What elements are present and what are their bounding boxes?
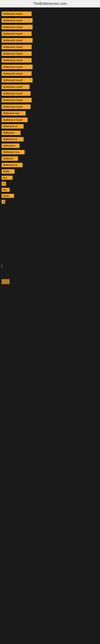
bottleneck-label: Bottleneck result [1,25,33,30]
list-item: Bottleneck [1,130,99,135]
bottleneck-label: Bottleneck result [1,18,33,23]
bottleneck-label: Bottleneck re [1,124,24,128]
list-item: B [1,200,99,204]
list-item: Bottleneck result [1,64,99,69]
cursor-indicator [1,264,2,268]
bottleneck-label: Bottleneck re [1,163,23,167]
list-item: Bottleneck re [1,163,99,167]
bottleneck-label: Bottleneck [1,130,21,135]
site-title: TheBottlenecker.com [0,0,100,8]
list-item: Bottleneck result [1,71,99,76]
bottom-bar [1,279,10,284]
bottleneck-label: Bot [1,188,10,192]
bottleneck-label: Bottleneck result [1,84,30,89]
bottleneck-label: Bottleneck result [1,78,33,82]
bottleneck-label: Bott [1,176,13,180]
list-item: Bottleneck result [1,98,99,102]
content-area: Bottleneck resultBottleneck resultBottle… [0,8,100,208]
list-item: Bottleneck resu [1,111,99,116]
bottleneck-label: Bottleneck result [1,45,32,49]
list-item: Bottleneck result [1,18,99,23]
list-item: Bottleneck result [1,25,99,30]
list-item: Bottlenec [1,156,99,161]
bottleneck-label: Bottler [1,194,14,198]
list-item: Bottleneck result [1,84,99,89]
list-item: Bottleneck re [1,137,99,142]
bottleneck-label: Bottleneck result [1,32,32,36]
list-item: Bottleneck result [1,58,99,62]
bottleneck-label: Bottleneck result [1,98,32,102]
list-item: Bottleneck result [1,12,99,16]
list-item: Bott [1,176,99,180]
list-item: Bottleneck result [1,32,99,36]
list-item: Bottleneck result [1,104,99,109]
bottleneck-label: Bottleneck result [1,58,32,62]
bottleneck-label: Bottleneck resu [1,111,26,116]
bottleneck-label: Bottleneck result [1,118,28,122]
bottleneck-label: B [1,182,6,186]
list-item: Bot [1,188,99,192]
bottleneck-label: Bottleneck result [1,64,33,69]
list-item: Bottleneck result [1,38,99,43]
bottleneck-label: Bottleneck result [1,104,31,109]
bottleneck-label: Bottleneck result [1,38,33,43]
list-item: Bottleneck result [1,118,99,122]
list-item: Bottleneck result [1,51,99,56]
list-item: Bottleneck re [1,124,99,128]
bottom-section [0,224,100,304]
bottleneck-label: Bottleneck re [1,137,24,142]
bottleneck-label: Bottlenec [1,156,18,161]
bottleneck-label: Bottleneck r [1,144,20,148]
list-item: Bottleneck result [1,91,99,96]
bottleneck-label: Bottleneck result [1,51,32,56]
bottleneck-label: Bottleneck result [1,12,32,16]
bottleneck-label: B [1,200,5,204]
list-item: Bottle [1,169,99,174]
list-item: Bottler [1,194,99,198]
list-item: Bottleneck r [1,144,99,148]
bottleneck-label: Bottleneck resu [1,150,25,154]
list-item: Bottleneck resu [1,150,99,154]
bottleneck-label: Bottleneck result [1,71,32,76]
list-item: B [1,182,99,186]
list-item: Bottleneck result [1,78,99,82]
bottleneck-label: Bottleneck result [1,91,31,96]
bottleneck-label: Bottle [1,169,15,174]
list-item: Bottleneck result [1,45,99,49]
